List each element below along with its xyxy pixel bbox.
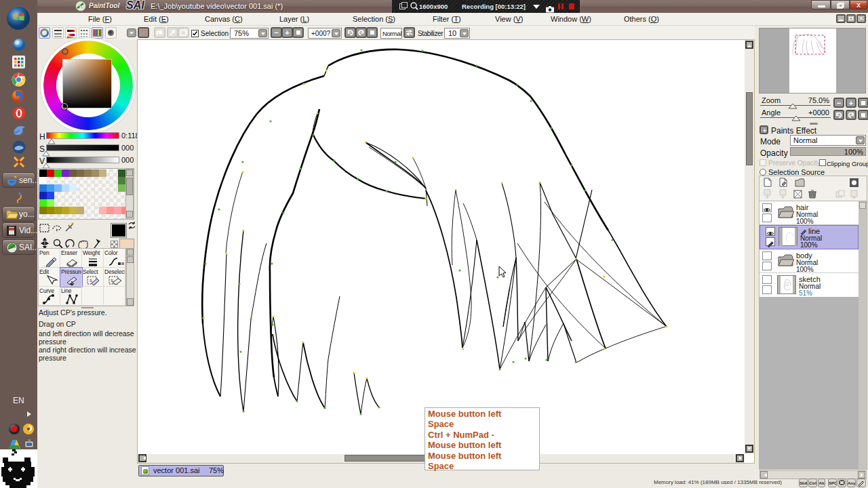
svg-text:S: S (111, 279, 113, 283)
svg-text:S: S (90, 279, 92, 283)
